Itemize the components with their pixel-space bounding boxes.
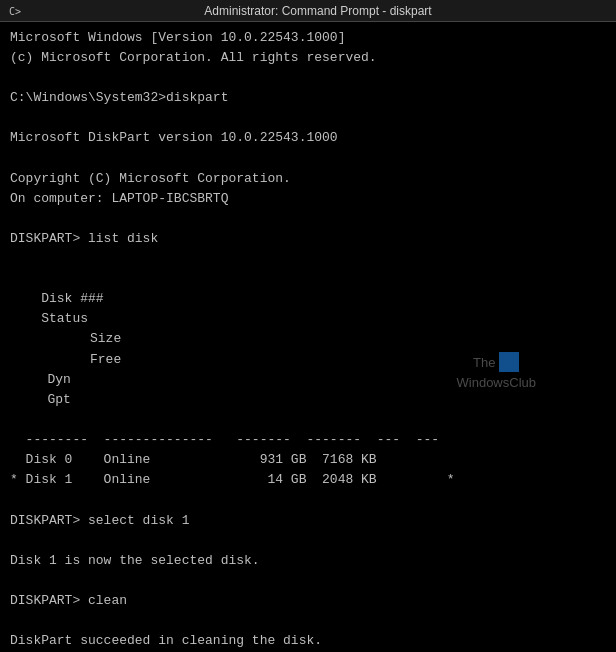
line-select-result: Disk 1 is now the selected disk. xyxy=(10,551,606,571)
line-cmd-select: DISKPART> select disk 1 xyxy=(10,511,606,531)
line-clean-result: DiskPart succeeded in cleaning the disk. xyxy=(10,631,606,651)
cmd-icon: C> xyxy=(8,4,22,18)
line-copyright: (c) Microsoft Corporation. All rights re… xyxy=(10,48,606,68)
line-cmd-clean: DISKPART> clean xyxy=(10,591,606,611)
line-cmd-list-disk: DISKPART> list disk xyxy=(10,229,606,249)
table-row-disk1: * Disk 1 Online 14 GB 2048 KB * xyxy=(10,470,606,490)
line-copyright2: Copyright (C) Microsoft Corporation. xyxy=(10,169,606,189)
line-diskpart-version: Microsoft DiskPart version 10.0.22543.10… xyxy=(10,128,606,148)
title-bar: C> Administrator: Command Prompt - diskp… xyxy=(0,0,616,22)
line-cwd: C:\Windows\System32>diskpart xyxy=(10,88,606,108)
table-separator-row: -------- -------------- ------- ------- … xyxy=(10,430,606,450)
svg-text:C>: C> xyxy=(9,6,21,17)
line-computer: On computer: LAPTOP-IBCSBRTQ xyxy=(10,189,606,209)
terminal: Microsoft Windows [Version 10.0.22543.10… xyxy=(0,22,616,652)
table-row-disk0: Disk 0 Online 931 GB 7168 KB xyxy=(10,450,606,470)
line-win-version: Microsoft Windows [Version 10.0.22543.10… xyxy=(10,28,606,48)
table-header-row: Disk ### Status Size Free Dyn Gpt xyxy=(10,269,606,430)
title-bar-text: Administrator: Command Prompt - diskpart xyxy=(28,4,608,18)
